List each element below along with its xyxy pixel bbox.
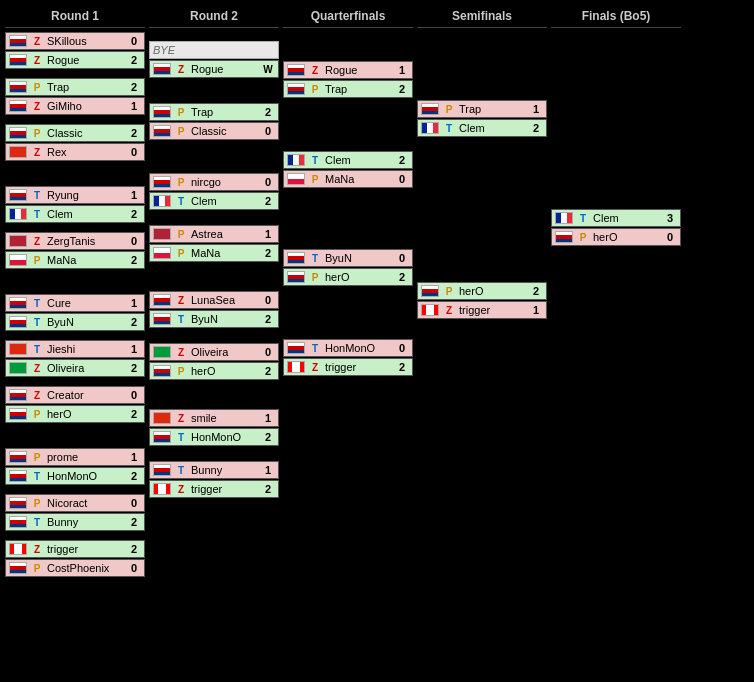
flag-kr — [9, 100, 27, 112]
score: 2 — [127, 208, 141, 220]
score: 2 — [127, 362, 141, 374]
player-name: Nicoract — [47, 497, 124, 509]
flag-fr — [555, 212, 573, 224]
race-protoss — [308, 270, 322, 284]
round2-header: Round 2 — [149, 5, 279, 28]
score: 2 — [261, 247, 275, 259]
r2-m5-p2: ByuN 2 — [149, 310, 279, 328]
sf-m1-p1: Trap 1 — [417, 100, 547, 118]
flag-kr — [555, 231, 573, 243]
score: 3 — [663, 212, 677, 224]
race-zerg — [30, 53, 44, 67]
r2-m5-p1: LunaSea 0 — [149, 291, 279, 309]
race-protoss — [308, 172, 322, 186]
player-name: HonMonO — [47, 470, 124, 482]
race-terran — [308, 341, 322, 355]
r2-match3: nircgo 0 Clem 2 — [149, 173, 279, 211]
race-terran — [30, 342, 44, 356]
r2-match5: LunaSea 0 ByuN 2 — [149, 291, 279, 329]
r1-m4-p1: Ryung 1 — [5, 186, 145, 204]
r1-match1: SKillous 0 Rogue 2 — [5, 32, 145, 70]
finals-m1-p2: herO 0 — [551, 228, 681, 246]
race-protoss — [30, 561, 44, 575]
r2-m6-p2: herO 2 — [149, 362, 279, 380]
player-name: ZergTanis — [47, 235, 124, 247]
score: 2 — [127, 316, 141, 328]
qf-match4: HonMonO 0 trigger 2 — [283, 339, 413, 377]
score: 0 — [127, 389, 141, 401]
finals-m1-p1: Clem 3 — [551, 209, 681, 227]
race-terran — [30, 188, 44, 202]
race-protoss — [174, 246, 188, 260]
player-name: Clem — [593, 212, 660, 224]
flag-cn — [9, 343, 27, 355]
r2-match6: Oliveira 0 herO 2 — [149, 343, 279, 381]
player-name: Oliveira — [191, 346, 258, 358]
race-zerg — [30, 361, 44, 375]
player-name: HonMonO — [325, 342, 392, 354]
player-name: Clem — [191, 195, 258, 207]
player-name: Ryung — [47, 189, 124, 201]
bracket-container: .conn-line { stroke: #666; stroke-width:… — [0, 0, 754, 587]
r1-match3: Classic 2 Rex 0 — [5, 124, 145, 162]
score: 1 — [529, 304, 543, 316]
race-zerg — [30, 542, 44, 556]
r1-m6-p2: ByuN 2 — [5, 313, 145, 331]
sf-col: Semifinals Trap 1 Clem 2 — [417, 5, 547, 582]
score: 0 — [395, 252, 409, 264]
flag-kr — [153, 106, 171, 118]
qf-m3-p1: ByuN 0 — [283, 249, 413, 267]
player-name: MaNa — [191, 247, 258, 259]
score: 2 — [127, 127, 141, 139]
player-name: Trap — [459, 103, 526, 115]
score: 0 — [261, 125, 275, 137]
r2-m2-p2: Classic 0 — [149, 122, 279, 140]
flag-pl — [9, 254, 27, 266]
flag-us — [9, 235, 27, 247]
score: 2 — [395, 83, 409, 95]
r1-m3-p1: Classic 2 — [5, 124, 145, 142]
flag-kr — [153, 63, 171, 75]
flag-kr — [9, 81, 27, 93]
player-name: trigger — [191, 483, 258, 495]
player-name: herO — [325, 271, 392, 283]
sf-m2-p2: trigger 1 — [417, 301, 547, 319]
race-terran — [30, 469, 44, 483]
sf-match2: herO 2 trigger 1 — [417, 282, 547, 320]
flag-kr — [9, 389, 27, 401]
r1-match4: Ryung 1 Clem 2 — [5, 186, 145, 224]
race-terran — [174, 430, 188, 444]
race-protoss — [442, 284, 456, 298]
race-protoss — [174, 364, 188, 378]
sf-m1-p2: Clem 2 — [417, 119, 547, 137]
r1-m1-p2: Rogue 2 — [5, 51, 145, 69]
race-terran — [174, 463, 188, 477]
score: 2 — [127, 470, 141, 482]
player-name: Clem — [325, 154, 392, 166]
qf-m4-p2: trigger 2 — [283, 358, 413, 376]
r1-match5: ZergTanis 0 MaNa 2 — [5, 232, 145, 270]
race-zerg — [174, 62, 188, 76]
player-name: herO — [593, 231, 660, 243]
r2-m8-p2: trigger 2 — [149, 480, 279, 498]
flag-kr — [9, 189, 27, 201]
flag-kr — [421, 285, 439, 297]
race-zerg — [174, 411, 188, 425]
score: 0 — [261, 346, 275, 358]
score: 1 — [127, 297, 141, 309]
qf-match1: Rogue 1 Trap 2 — [283, 61, 413, 99]
r2-m4-p2: MaNa 2 — [149, 244, 279, 262]
score: 2 — [127, 54, 141, 66]
flag-kr — [9, 127, 27, 139]
race-terran — [442, 121, 456, 135]
player-name: MaNa — [47, 254, 124, 266]
r2-match8: Bunny 1 trigger 2 — [149, 461, 279, 499]
player-name: Rex — [47, 146, 124, 158]
r1-match10: Nicoract 0 Bunny 2 — [5, 494, 145, 532]
player-name: Rogue — [191, 63, 256, 75]
score: 2 — [127, 543, 141, 555]
r1-m10-p2: Bunny 2 — [5, 513, 145, 531]
race-protoss — [30, 126, 44, 140]
race-zerg — [174, 345, 188, 359]
score: 2 — [529, 122, 543, 134]
